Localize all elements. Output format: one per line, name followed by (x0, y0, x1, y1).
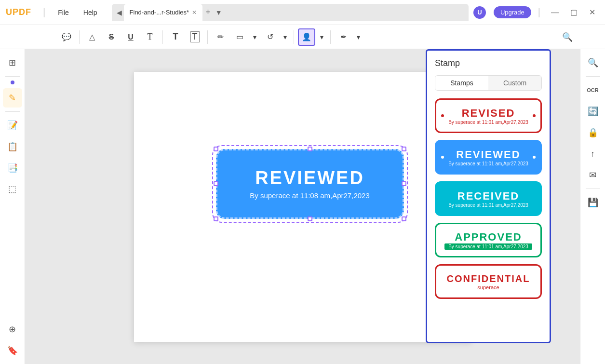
handle-top-middle[interactable] (308, 147, 312, 151)
stamp-reviewed-sub: By superace at 11:01 am,Apr27,2023 (448, 161, 528, 166)
pdf-page: REVIEWED By superace at 11:08 am,Apr27,2… (134, 72, 471, 342)
sidebar-annotate-button[interactable]: ✎ (3, 88, 22, 108)
sidebar-compare-button[interactable]: ⬚ (3, 179, 22, 199)
right-protect-button[interactable]: 🔒 (583, 123, 603, 142)
shape-tool-button[interactable]: ▭ (231, 28, 248, 46)
text2-icon: T (173, 32, 178, 42)
right-share-button[interactable]: ↑ (583, 144, 603, 163)
tab-close-button[interactable]: ✕ (192, 9, 197, 16)
text3-icon: T (190, 31, 200, 42)
tab-add-button[interactable]: + (202, 7, 214, 17)
search-button[interactable]: 🔍 (559, 28, 576, 46)
right-ocr-button[interactable]: OCR (583, 81, 603, 100)
stamp-received-sub: By superace at 11:01 am,Apr27,2023 (448, 202, 528, 208)
sidebar-organize-button[interactable]: 📋 (3, 137, 22, 156)
rotate-icon: ↺ (267, 32, 273, 41)
stamp-dropdown-icon: ▾ (320, 33, 323, 41)
handle-bottom-right[interactable] (402, 216, 406, 221)
window-controls: U Upgrade | — ▢ ✕ (473, 6, 599, 19)
right-share-icon: ↑ (591, 149, 595, 159)
stamp-reviewed-item[interactable]: REVIEWED By superace at 11:01 am,Apr27,2… (435, 140, 542, 175)
upgrade-button[interactable]: Upgrade (494, 6, 531, 18)
text-tool-button[interactable]: T (141, 28, 159, 46)
toolbar: 💬 △ S U T T T ✏ ▭ ▾ ↺ ▾ 👤 ▾ ✒ ▾ (0, 25, 605, 49)
shape-dropdown-button[interactable]: ▾ (250, 31, 259, 43)
handle-bottom-middle[interactable] (308, 216, 312, 221)
app-logo: UPDF (6, 7, 31, 17)
handle-middle-right[interactable] (402, 181, 406, 186)
handle-top-left[interactable] (214, 147, 218, 151)
pages-icon: ⊞ (9, 57, 16, 68)
highlight-tool-button[interactable]: △ (83, 28, 101, 46)
stamp-main-title: REVIEWED (255, 168, 364, 189)
win-sep: | (538, 7, 540, 18)
maximize-button[interactable]: ▢ (566, 6, 581, 19)
stamp-approved-title: APPROVED (455, 231, 522, 243)
sidebar-layers-button[interactable]: ⊕ (3, 320, 22, 339)
stamp-confidential-title: CONFIDENTIAL (447, 273, 530, 284)
rotate-dropdown-button[interactable]: ▾ (281, 31, 290, 43)
tab-title: Find-and-...r-Studies* (130, 9, 189, 16)
sidebar-sep-2 (5, 111, 20, 112)
shape-icon: ▭ (236, 32, 243, 41)
pen-dropdown-icon: ▾ (357, 33, 360, 41)
tab-stamps[interactable]: Stamps (435, 76, 488, 90)
sidebar-pages-button[interactable]: ⊞ (3, 53, 22, 72)
placed-stamp[interactable]: REVIEWED By superace at 11:08 am,Apr27,2… (216, 149, 404, 219)
stamp-received-item[interactable]: RECEIVED By superace at 11:01 am,Apr27,2… (435, 181, 542, 216)
stamp-panel-title: Stamp (435, 58, 542, 68)
comment-tool-button[interactable]: 💬 (58, 28, 75, 46)
strikethrough-icon: S (109, 33, 114, 41)
tab-back-arrow[interactable]: ◀ (115, 9, 124, 16)
tab-custom[interactable]: Custom (488, 76, 541, 90)
rotate-tool-button[interactable]: ↺ (261, 28, 279, 46)
sidebar-sep-1 (5, 76, 20, 77)
stamp-revised-title: REVISED (462, 107, 515, 120)
stamp-revised-item[interactable]: REVISED By superace at 11:01 am,Apr27,20… (435, 98, 542, 133)
handle-bottom-left[interactable] (214, 216, 218, 221)
sidebar-edit-button[interactable]: 📝 (3, 116, 22, 135)
tab-bar: ◀ Find-and-...r-Studies* ✕ + ▼ (112, 4, 469, 21)
handle-top-right[interactable] (402, 147, 406, 151)
right-convert-button[interactable]: 🔄 (583, 102, 603, 121)
sidebar-active-dot (11, 81, 14, 84)
right-save-button[interactable]: 💾 (583, 193, 603, 212)
stamp-reviewed-title: REVIEWED (456, 148, 520, 161)
stamp-approved-sub: By superace at 11:01 am,Apr27,2023 (444, 243, 532, 250)
compare-icon: ⬚ (8, 184, 16, 194)
close-button[interactable]: ✕ (585, 6, 599, 19)
tab-dropdown-button[interactable]: ▼ (214, 9, 224, 16)
pen-icon: ✒ (340, 32, 347, 41)
annotate-icon: ✎ (9, 93, 16, 103)
right-protect-icon: 🔒 (588, 127, 598, 138)
right-search-button[interactable]: 🔍 (583, 53, 603, 72)
stamp-dropdown-button[interactable]: ▾ (317, 31, 326, 43)
pen-tool-button[interactable]: ✒ (335, 28, 352, 46)
tab-active[interactable]: Find-and-...r-Studies* ✕ (124, 4, 203, 21)
user-avatar[interactable]: U (473, 6, 486, 19)
stamp-approved-item[interactable]: APPROVED By superace at 11:01 am,Apr27,2… (435, 223, 542, 257)
minimize-button[interactable]: — (547, 6, 563, 19)
revised-dots-right (533, 114, 536, 117)
stamp-received-title: RECEIVED (457, 190, 519, 202)
right-sidebar: 🔍 OCR 🔄 🔒 ↑ ✉ 💾 (580, 49, 605, 364)
pen-dropdown-button[interactable]: ▾ (354, 31, 363, 43)
text3-tool-button[interactable]: T (186, 28, 203, 46)
menu-help[interactable]: Help (79, 7, 102, 18)
stamp-confidential-item[interactable]: CONFIDENTIAL superace (435, 264, 542, 299)
right-sep-1 (586, 76, 600, 77)
sidebar-page-edit-button[interactable]: 📑 (3, 158, 22, 177)
reviewed-dots-left (441, 156, 444, 159)
strikethrough-tool-button[interactable]: S (103, 28, 120, 46)
right-email-button[interactable]: ✉ (583, 165, 603, 185)
toolbar-sep-5 (330, 30, 331, 44)
titlebar: UPDF | File Help ◀ Find-and-...r-Studies… (0, 0, 605, 25)
organize-icon: 📋 (7, 141, 18, 152)
menu-file[interactable]: File (53, 7, 74, 18)
text2-tool-button[interactable]: T (167, 28, 184, 46)
sidebar-bookmark-button[interactable]: 🔖 (3, 341, 22, 360)
stamp-tool-button[interactable]: 👤 (298, 28, 315, 46)
eraser-tool-button[interactable]: ✏ (212, 28, 229, 46)
underline-tool-button[interactable]: U (122, 28, 139, 46)
handle-middle-left[interactable] (214, 181, 218, 186)
